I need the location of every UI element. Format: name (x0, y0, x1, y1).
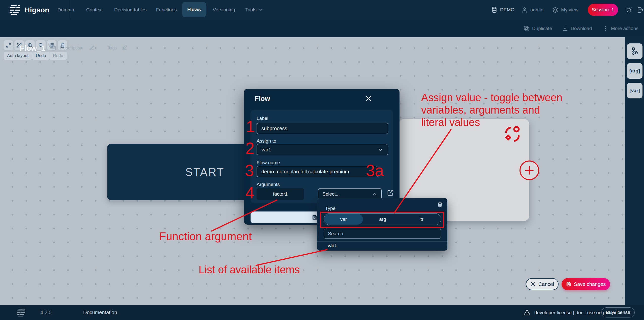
cancel-label: Cancel (538, 281, 554, 287)
nav-item-context[interactable]: Context (86, 0, 103, 20)
more-actions-button[interactable]: More actions (602, 20, 638, 37)
nav-item-tools-label: Tools (245, 7, 256, 13)
nav-my-view-label: My view (561, 7, 578, 13)
favorite-star-icon[interactable] (9, 44, 16, 51)
argument-value-dropdown: Type var arg ltr var1 (317, 198, 447, 251)
node-palette-rail: [arg] [var] (625, 37, 644, 305)
save-icon (312, 215, 318, 220)
higson-footer-logo-icon (16, 308, 26, 316)
kebab-menu-icon (602, 25, 608, 32)
undo-button[interactable]: Undo (32, 52, 50, 60)
subprocess-icon (505, 126, 520, 143)
type-label: Type (325, 206, 335, 211)
nav-item-domain[interactable]: Domain (57, 0, 74, 20)
nav-admin-label: admin (530, 7, 543, 13)
var-bracket-label: [var] (629, 88, 640, 93)
warning-icon (523, 309, 531, 316)
modal-title: Flow (255, 95, 270, 103)
assign-to-select[interactable]: var1 (257, 144, 388, 155)
nav-admin[interactable]: admin (521, 0, 543, 20)
version-label: 4.2.0 (40, 310, 51, 315)
type-option-arg[interactable]: arg (363, 214, 402, 225)
footer-bar: 4.2.0 Documentation developer license | … (0, 305, 644, 320)
description-label: Description (60, 45, 83, 51)
value-search-input[interactable] (324, 229, 441, 239)
duplicate-icon (524, 25, 530, 32)
chevron-up-icon (372, 192, 377, 197)
buy-license-button[interactable]: Buy license (601, 307, 635, 317)
nav-item-functions[interactable]: Functions (156, 0, 177, 20)
nav-item-flows-active[interactable]: Flows (182, 2, 206, 17)
modal-form-panel: Label Assign to var1 Flow name Arguments… (251, 110, 393, 203)
type-option-ltr[interactable]: ltr (402, 214, 441, 225)
dropdown-item-var1[interactable]: var1 (328, 243, 337, 248)
assign-to-value: var1 (261, 147, 271, 153)
copy-name-icon[interactable] (50, 44, 56, 51)
session-badge[interactable]: Session: 1 (588, 4, 618, 16)
redo-button[interactable]: Redo (49, 52, 67, 60)
nav-demo[interactable]: DEMO (491, 0, 514, 20)
chevron-down-icon (258, 7, 263, 12)
nav-item-decision-tables[interactable]: Decision tables (114, 0, 147, 20)
add-node-button[interactable] (519, 161, 539, 180)
chevron-down-icon (378, 147, 383, 152)
tags-label: Tags (107, 45, 117, 51)
start-node-label: START (185, 166, 224, 178)
save-changes-label: Save changes (574, 281, 606, 287)
nav-my-view[interactable]: My view (552, 0, 578, 20)
nav-demo-label: DEMO (500, 7, 514, 13)
arguments-label: Arguments (257, 182, 280, 187)
more-actions-label: More actions (611, 26, 638, 31)
type-toggle: var arg ltr (324, 213, 441, 225)
top-navbar: Higson Domain Context Decision tables Fu… (0, 0, 644, 20)
app-root: Higson Domain Context Decision tables Fu… (0, 0, 644, 320)
label-field-label: Label (257, 116, 268, 121)
download-button[interactable]: Download (562, 20, 592, 37)
save-icon (566, 281, 571, 287)
open-flow-external-icon[interactable] (387, 189, 394, 197)
edit-tags-icon[interactable] (121, 45, 128, 51)
save-changes-button[interactable]: Save changes (562, 278, 610, 290)
flowchart-icon (630, 47, 639, 56)
assign-to-label: Assign to (257, 138, 276, 144)
palette-flow-node-button[interactable] (627, 43, 642, 59)
close-icon (530, 281, 536, 287)
theme-sun-icon[interactable] (625, 6, 633, 14)
flow-name-label: Flow name (257, 160, 280, 166)
higson-logo-icon[interactable] (9, 5, 21, 15)
auto-layout-button[interactable]: Auto layout (4, 52, 32, 60)
download-label: Download (571, 26, 592, 31)
duplicate-label: Duplicate (532, 26, 552, 31)
brand-name: Higson (25, 6, 49, 14)
layers-icon (552, 7, 559, 13)
argument-select-placeholder: Select... (322, 191, 340, 197)
nav-item-versioning[interactable]: Versioning (213, 0, 235, 20)
download-icon (562, 25, 568, 32)
type-option-var[interactable]: var (324, 214, 363, 225)
palette-var-button[interactable]: [var] (627, 83, 642, 98)
logout-icon[interactable] (636, 6, 644, 14)
dropdown-divider (317, 241, 447, 242)
argument-name-chip: factor1 (257, 188, 304, 200)
cancel-button[interactable]: Cancel (526, 278, 559, 290)
plus-icon (524, 165, 535, 176)
nav-item-tools[interactable]: Tools (245, 0, 263, 20)
user-icon (521, 7, 528, 13)
flow-title: Flow_1 (20, 44, 45, 52)
edit-description-icon[interactable] (89, 45, 95, 51)
palette-arg-button[interactable]: [arg] (627, 63, 642, 79)
clear-value-trash-icon[interactable] (437, 201, 443, 207)
documentation-link[interactable]: Documentation (83, 310, 117, 315)
flow-name-input[interactable] (257, 166, 378, 177)
duplicate-button[interactable]: Duplicate (524, 20, 552, 37)
modal-close-icon[interactable] (365, 95, 372, 102)
label-input[interactable] (257, 123, 388, 134)
database-icon (491, 7, 498, 13)
arg-bracket-label: [arg] (629, 68, 640, 74)
flow-header-bar: Flow_1 Description Tags Duplicate Downlo… (0, 20, 644, 37)
